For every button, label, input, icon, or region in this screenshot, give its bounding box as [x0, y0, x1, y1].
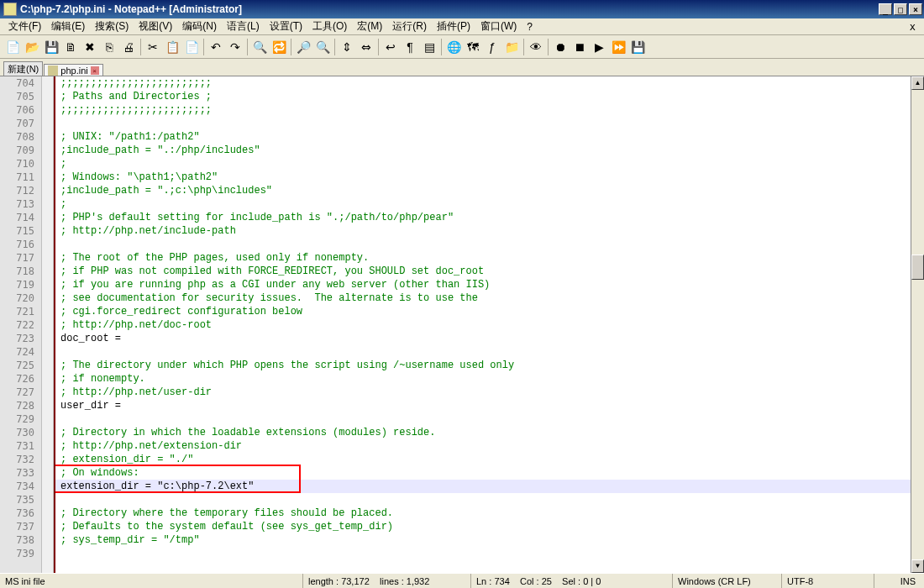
- print-icon[interactable]: 🖨: [119, 38, 138, 56]
- code-line[interactable]: ; On windows:: [55, 466, 911, 480]
- stop-icon[interactable]: ⏹: [570, 38, 589, 56]
- whitespace-icon[interactable]: ¶: [401, 38, 419, 56]
- menu-10[interactable]: 插件(P): [432, 18, 475, 35]
- menu-bar: 文件(F)编辑(E)搜索(S)视图(V)编码(N)语言(L)设置(T)工具(O)…: [0, 18, 924, 35]
- save-icon[interactable]: 💾: [42, 38, 60, 56]
- replace-icon[interactable]: 🔁: [270, 38, 288, 56]
- indent-guide-icon[interactable]: ▤: [420, 38, 438, 56]
- code-line[interactable]: ; sys_temp_dir = "/tmp": [55, 533, 911, 547]
- tab-phpini[interactable]: php.ini ×: [44, 64, 102, 76]
- scroll-up-button[interactable]: ▲: [911, 76, 924, 90]
- sync-h-icon[interactable]: ⇔: [357, 38, 375, 56]
- zoom-out-icon[interactable]: 🔍: [313, 38, 332, 56]
- code-line[interactable]: ; Directory in which the loadable extens…: [55, 426, 911, 439]
- code-line[interactable]: [55, 493, 911, 507]
- code-line[interactable]: ;: [55, 157, 911, 171]
- code-line[interactable]: ; extension_dir = "./": [55, 453, 911, 466]
- code-line[interactable]: ; Paths and Directories ;: [55, 90, 911, 103]
- code-line[interactable]: ; UNIX: "/path1:/path2": [55, 130, 911, 144]
- minimize-button[interactable]: _: [879, 3, 892, 15]
- status-length: length : 73,172 lines : 1,932: [302, 574, 470, 588]
- paste-icon[interactable]: 📄: [182, 38, 201, 56]
- menu-12[interactable]: ?: [522, 19, 538, 34]
- open-icon[interactable]: 📂: [23, 38, 41, 56]
- code-line[interactable]: ; if PHP was not compiled with FORCE_RED…: [55, 265, 911, 278]
- toolbar-separator: [203, 39, 204, 55]
- fold-column[interactable]: [42, 76, 54, 573]
- copy-icon[interactable]: 📋: [163, 38, 181, 56]
- menu-4[interactable]: 编码(N): [177, 18, 222, 35]
- tab-new[interactable]: 新建(N): [3, 61, 43, 76]
- code-line[interactable]: ; The directory under which PHP opens th…: [55, 359, 911, 372]
- sync-v-icon[interactable]: ⇕: [338, 38, 356, 56]
- close-all-icon[interactable]: ⎘: [100, 38, 118, 56]
- code-line[interactable]: ; http://php.net/extension-dir: [55, 439, 911, 453]
- menu-6[interactable]: 设置(T): [265, 18, 307, 35]
- code-line[interactable]: ; cgi.force_redirect configuration below: [55, 305, 911, 318]
- code-line[interactable]: [55, 238, 911, 251]
- code-line[interactable]: [55, 117, 911, 130]
- scroll-down-button[interactable]: ▼: [911, 559, 924, 573]
- close-window-button[interactable]: ×: [909, 3, 922, 15]
- menu-11[interactable]: 窗口(W): [475, 18, 522, 35]
- func-list-icon[interactable]: ƒ: [483, 38, 501, 56]
- menu-7[interactable]: 工具(O): [307, 18, 352, 35]
- menu-9[interactable]: 运行(R): [387, 18, 432, 35]
- code-line[interactable]: ; http://php.net/user-dir: [55, 386, 911, 399]
- close-icon[interactable]: ✖: [81, 38, 99, 56]
- fast-icon[interactable]: ⏩: [609, 38, 627, 56]
- zoom-in-icon[interactable]: 🔎: [294, 38, 312, 56]
- monitor-icon[interactable]: 👁: [527, 38, 545, 56]
- menu-0[interactable]: 文件(F): [3, 18, 46, 35]
- code-line[interactable]: ;include_path = ".:/php/includes": [55, 144, 911, 157]
- code-line[interactable]: [55, 547, 911, 560]
- code-line[interactable]: ; Windows: "\path1;\path2": [55, 171, 911, 184]
- new-file-icon[interactable]: 📄: [3, 38, 22, 56]
- undo-icon[interactable]: ↶: [207, 38, 225, 56]
- code-line[interactable]: ; http://php.net/doc-root: [55, 318, 911, 332]
- code-line[interactable]: ; see documentation for security issues.…: [55, 291, 911, 305]
- doc-map-icon[interactable]: 🗺: [464, 38, 482, 56]
- record-icon[interactable]: ⏺: [551, 38, 570, 56]
- menu-5[interactable]: 语言(L): [222, 18, 265, 35]
- code-line[interactable]: ;;;;;;;;;;;;;;;;;;;;;;;;;: [55, 103, 911, 117]
- tab-close-icon[interactable]: ×: [91, 66, 99, 75]
- code-line[interactable]: [55, 412, 911, 426]
- code-line[interactable]: ; Directory where the temporary files sh…: [55, 507, 911, 520]
- save-macro-icon[interactable]: 💾: [628, 38, 647, 56]
- wrap-icon[interactable]: ↩: [381, 38, 400, 56]
- toolbar-separator: [247, 39, 248, 55]
- code-line[interactable]: ;include_path = ".;c:\php\includes": [55, 184, 911, 197]
- find-icon[interactable]: 🔍: [250, 38, 269, 56]
- code-line[interactable]: doc_root =: [55, 332, 911, 345]
- code-line[interactable]: ; http://php.net/include-path: [55, 224, 911, 238]
- redo-icon[interactable]: ↷: [226, 38, 244, 56]
- code-line[interactable]: ; if nonempty.: [55, 372, 911, 386]
- mdichild-close-icon[interactable]: x: [905, 21, 921, 33]
- scroll-track[interactable]: [911, 90, 924, 559]
- code-area[interactable]: ;;;;;;;;;;;;;;;;;;;;;;;;;; Paths and Dir…: [55, 76, 911, 573]
- menu-8[interactable]: 宏(M): [352, 18, 387, 35]
- tab-phpini-label: php.ini: [60, 66, 87, 76]
- line-number: 708: [0, 130, 34, 144]
- code-line[interactable]: ;;;;;;;;;;;;;;;;;;;;;;;;;: [55, 76, 911, 90]
- code-line[interactable]: [55, 345, 911, 359]
- folder-view-icon[interactable]: 📁: [502, 38, 521, 56]
- lang-icon[interactable]: 🌐: [444, 38, 463, 56]
- code-line[interactable]: extension_dir = "c:\php-7.2\ext": [55, 480, 911, 493]
- code-line[interactable]: ; The root of the PHP pages, used only i…: [55, 251, 911, 265]
- play-icon[interactable]: ▶: [590, 38, 608, 56]
- vertical-scrollbar[interactable]: ▲ ▼: [911, 76, 924, 573]
- code-line[interactable]: ; Defaults to the system default (see sy…: [55, 520, 911, 533]
- menu-3[interactable]: 视图(V): [134, 18, 177, 35]
- scroll-thumb[interactable]: [911, 255, 924, 280]
- menu-2[interactable]: 搜索(S): [90, 18, 134, 35]
- maximize-button[interactable]: □: [894, 3, 907, 15]
- code-line[interactable]: ; if you are running php as a CGI under …: [55, 278, 911, 291]
- menu-1[interactable]: 编辑(E): [46, 18, 90, 35]
- cut-icon[interactable]: ✂: [144, 38, 162, 56]
- code-line[interactable]: ;: [55, 197, 911, 211]
- code-line[interactable]: ; PHP's default setting for include_path…: [55, 211, 911, 224]
- save-all-icon[interactable]: 🗎: [61, 38, 80, 56]
- code-line[interactable]: user_dir =: [55, 399, 911, 412]
